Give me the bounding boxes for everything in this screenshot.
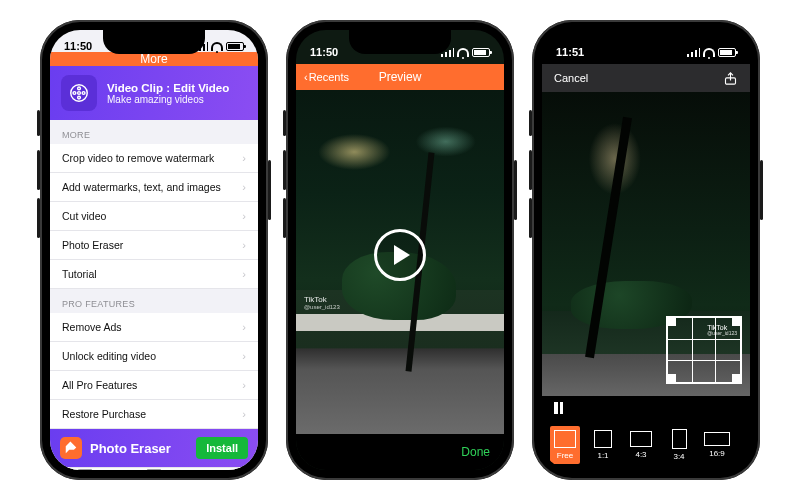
- row-label: Add watermarks, text, and images: [62, 181, 221, 193]
- row-label: Cut video: [62, 210, 106, 222]
- chevron-right-icon: ›: [242, 181, 246, 193]
- bottom-promo[interactable]: Photo Eraser Install: [50, 429, 258, 467]
- tab-more[interactable]: More: [189, 468, 258, 470]
- side-button: [37, 110, 40, 136]
- chevron-right-icon: ›: [242, 152, 246, 164]
- back-label: Recents: [309, 71, 349, 83]
- ratio-1-1[interactable]: 1:1: [588, 430, 618, 460]
- chevron-right-icon: ›: [242, 268, 246, 280]
- chevron-right-icon: ›: [242, 210, 246, 222]
- wifi-icon: [211, 42, 223, 51]
- eraser-icon: [60, 437, 82, 459]
- install-button[interactable]: Install: [196, 437, 248, 459]
- wifi-icon: [457, 48, 469, 57]
- watermark-handle: @user_id123: [707, 331, 737, 336]
- phone-preview: 11:50 ‹ Recents Preview TikTok @user_id1…: [286, 20, 514, 480]
- row-label: All Pro Features: [62, 379, 137, 391]
- side-button: [529, 198, 532, 238]
- tab-bar: Original Video Processed More: [50, 467, 258, 470]
- more-icon: [215, 468, 231, 470]
- svg-point-4: [82, 92, 85, 95]
- phone-crop-editor: 11:51 Cancel TikTok @user_: [532, 20, 760, 480]
- chevron-right-icon: ›: [242, 408, 246, 420]
- side-button: [514, 160, 517, 220]
- section-header-more: MORE: [50, 120, 258, 144]
- pause-button[interactable]: [554, 402, 563, 414]
- watermark-handle: @user_id123: [304, 304, 340, 310]
- wifi-icon: [703, 48, 715, 57]
- bottom-bar: Done: [296, 434, 504, 470]
- back-button[interactable]: ‹ Recents: [304, 71, 349, 83]
- row-tutorial[interactable]: Tutorial›: [50, 260, 258, 289]
- status-time: 11:50: [310, 46, 338, 58]
- ratio-label: 1:1: [597, 451, 608, 460]
- ratio-label: Free: [557, 451, 573, 460]
- play-icon: [394, 245, 410, 265]
- ratio-shape-icon: [594, 430, 612, 448]
- ratio-4-3[interactable]: 4:3: [626, 431, 656, 459]
- tab-processed[interactable]: Processed: [119, 468, 188, 470]
- svg-point-5: [78, 92, 81, 95]
- side-button: [37, 150, 40, 190]
- nav-bar: ‹ Recents Preview: [296, 64, 504, 90]
- video-preview[interactable]: TikTok @user_id123: [296, 90, 504, 434]
- banner-title: Video Clip : Edit Video: [107, 82, 229, 94]
- aspect-ratio-bar: Free 1:1 4:3 3:4 16:9 9:16: [542, 420, 750, 470]
- ratio-9-16[interactable]: 9:16: [740, 429, 750, 461]
- battery-icon: [472, 48, 490, 57]
- ratio-free[interactable]: Free: [550, 426, 580, 464]
- ratio-label: 4:3: [635, 450, 646, 459]
- share-icon[interactable]: [723, 71, 738, 86]
- side-button: [529, 110, 532, 136]
- ratio-label: 16:9: [709, 449, 725, 458]
- row-all-pro[interactable]: All Pro Features›: [50, 371, 258, 400]
- video-icon: [77, 468, 93, 470]
- done-button[interactable]: Done: [461, 445, 490, 459]
- play-button[interactable]: [374, 229, 426, 281]
- chevron-right-icon: ›: [242, 321, 246, 333]
- row-cut-video[interactable]: Cut video›: [50, 202, 258, 231]
- ratio-shape-icon: [750, 429, 751, 449]
- cancel-button[interactable]: Cancel: [554, 72, 588, 84]
- row-label: Restore Purchase: [62, 408, 146, 420]
- tab-original-video[interactable]: Original Video: [50, 468, 119, 470]
- notch: [595, 30, 697, 54]
- film-reel-icon: [61, 75, 97, 111]
- ratio-shape-icon: [672, 429, 687, 449]
- ratio-16-9[interactable]: 16:9: [702, 432, 732, 458]
- ratio-label: 9:16: [747, 452, 750, 461]
- row-label: Unlock editing video: [62, 350, 156, 362]
- row-add-watermarks[interactable]: Add watermarks, text, and images›: [50, 173, 258, 202]
- crop-handle[interactable]: [732, 316, 742, 326]
- status-time: 11:51: [556, 46, 584, 58]
- row-label: Photo Eraser: [62, 239, 123, 251]
- crop-handle[interactable]: [666, 374, 676, 384]
- crop-handle[interactable]: [732, 374, 742, 384]
- row-photo-eraser[interactable]: Photo Eraser›: [50, 231, 258, 260]
- row-label: Crop video to remove watermark: [62, 152, 214, 164]
- section-header-pro: PRO FEATURES: [50, 289, 258, 313]
- phone-more-page: 11:50 More Video Clip : Edit Video Make …: [40, 20, 268, 480]
- row-crop-video[interactable]: Crop video to remove watermark›: [50, 144, 258, 173]
- tiktok-watermark: TikTok @user_id123: [304, 296, 340, 310]
- promo-label: Photo Eraser: [90, 441, 188, 456]
- row-label: Remove Ads: [62, 321, 122, 333]
- chevron-right-icon: ›: [242, 379, 246, 391]
- side-button: [283, 198, 286, 238]
- crop-canvas[interactable]: TikTok @user_id123: [542, 92, 750, 396]
- crop-handle[interactable]: [666, 316, 676, 326]
- side-button: [268, 160, 271, 220]
- ratio-shape-icon: [630, 431, 652, 447]
- ratio-label: 3:4: [673, 452, 684, 461]
- battery-icon: [226, 42, 244, 51]
- row-unlock-editing[interactable]: Unlock editing video›: [50, 342, 258, 371]
- ratio-3-4[interactable]: 3:4: [664, 429, 694, 461]
- row-remove-ads[interactable]: Remove Ads›: [50, 313, 258, 342]
- svg-point-3: [73, 92, 76, 95]
- crop-selection[interactable]: TikTok @user_id123: [666, 316, 742, 384]
- promo-banner[interactable]: Video Clip : Edit Video Make amazing vid…: [50, 66, 258, 120]
- ratio-shape-icon: [704, 432, 730, 446]
- top-bar: Cancel: [542, 64, 750, 92]
- chevron-right-icon: ›: [242, 350, 246, 362]
- row-restore-purchase[interactable]: Restore Purchase›: [50, 400, 258, 429]
